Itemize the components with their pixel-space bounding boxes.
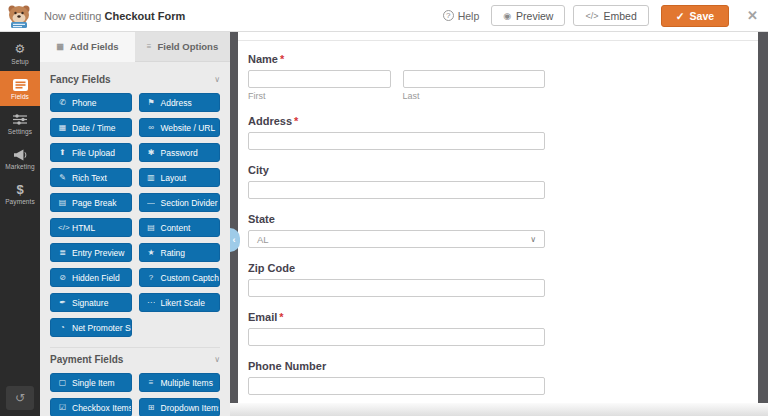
sidebar-item-setup[interactable]: ⚙Setup bbox=[0, 36, 40, 71]
field-button-label: Layout bbox=[161, 173, 187, 183]
field-button-label: Section Divider bbox=[161, 198, 218, 208]
state-select[interactable]: AL∨ bbox=[248, 230, 545, 248]
single-item-icon: ▢ bbox=[58, 378, 67, 387]
help-link[interactable]: ? Help bbox=[443, 10, 480, 22]
sublabel: First bbox=[248, 91, 391, 101]
field-button-label: Website / URL bbox=[161, 123, 216, 133]
tab-add-fields[interactable]: ▦Add Fields bbox=[40, 32, 135, 62]
form-field-zip-code[interactable]: Zip Code bbox=[248, 262, 545, 297]
field-button-date-time[interactable]: ▦Date / Time bbox=[50, 118, 132, 137]
form-field-phone-number[interactable]: Phone Number bbox=[248, 360, 545, 395]
phone-number-input[interactable] bbox=[248, 377, 545, 395]
checkbox-icon: ☑ bbox=[58, 403, 67, 412]
field-button-likert-scale[interactable]: ⋯Likert Scale bbox=[139, 293, 221, 312]
signature-icon: ✒ bbox=[58, 298, 67, 307]
field-button-content[interactable]: ▤Content bbox=[139, 218, 221, 237]
form-canvas: Name*FirstLastAddress*CityStateAL∨Zip Co… bbox=[238, 32, 758, 403]
field-button-label: Likert Scale bbox=[161, 298, 205, 308]
sidebar-item-payments[interactable]: $Payments bbox=[0, 176, 40, 211]
field-button-entry-preview[interactable]: ≣Entry Preview bbox=[50, 243, 132, 262]
field-button-grid: ▢Single Item≡Multiple Items☑Checkbox Ite… bbox=[50, 373, 220, 416]
select-value: AL bbox=[257, 234, 269, 245]
field-button-label: Page Break bbox=[72, 198, 116, 208]
multiple-items-icon: ≡ bbox=[147, 378, 156, 387]
form-field-name[interactable]: Name*FirstLast bbox=[248, 53, 545, 101]
sidebar-item-fields[interactable]: Fields bbox=[0, 71, 40, 106]
save-button[interactable]: ✓ Save bbox=[661, 5, 729, 27]
tab-field-options[interactable]: ≡Field Options bbox=[135, 32, 230, 62]
form-field-email[interactable]: Email* bbox=[248, 311, 545, 346]
history-undo-icon[interactable]: ↺ bbox=[6, 386, 34, 410]
sidebar-item-label: Payments bbox=[5, 198, 35, 205]
zip-code-input[interactable] bbox=[248, 279, 545, 297]
close-icon[interactable]: ✕ bbox=[747, 8, 758, 23]
form-field-city[interactable]: City bbox=[248, 164, 545, 199]
field-button-label: Checkbox Items bbox=[72, 403, 132, 413]
panel-tabs: ▦Add Fields≡Field Options bbox=[40, 32, 230, 62]
required-asterisk: * bbox=[279, 311, 283, 323]
field-button-section-divider[interactable]: —Section Divider bbox=[139, 193, 221, 212]
field-button-dropdown-items[interactable]: ⊞Dropdown Items bbox=[139, 398, 221, 416]
section-header-payment-fields[interactable]: Payment Fields∨ bbox=[50, 354, 220, 365]
form-field-address[interactable]: Address* bbox=[248, 115, 545, 150]
embed-button[interactable]: </> Embed bbox=[573, 5, 648, 26]
field-button-label: Net Promoter Score bbox=[72, 323, 132, 333]
field-button-label: Dropdown Items bbox=[161, 403, 221, 413]
grid-icon: ▦ bbox=[56, 42, 64, 51]
field-button-rating[interactable]: ★Rating bbox=[139, 243, 221, 262]
field-button-hidden-field[interactable]: ⊘Hidden Field bbox=[50, 268, 132, 287]
field-button-phone[interactable]: ✆Phone bbox=[50, 93, 132, 112]
field-button-label: Address bbox=[161, 98, 192, 108]
now-editing-text: Now editing Checkout Form bbox=[44, 10, 185, 22]
chevron-down-icon: ∨ bbox=[214, 75, 220, 84]
tab-label: Add Fields bbox=[70, 41, 119, 52]
field-label: Phone Number bbox=[248, 360, 545, 372]
last-name-input[interactable] bbox=[403, 70, 546, 88]
canvas-divider bbox=[238, 40, 758, 41]
field-button-custom-captcha[interactable]: ?Custom Captcha bbox=[139, 268, 221, 287]
canvas-bottom-edge bbox=[230, 403, 768, 416]
fields-list-icon bbox=[13, 78, 28, 92]
first-name-input[interactable] bbox=[248, 70, 391, 88]
sidebar-item-settings[interactable]: Settings bbox=[0, 106, 40, 141]
section-title: Payment Fields bbox=[50, 354, 123, 365]
field-button-layout[interactable]: ▥Layout bbox=[139, 168, 221, 187]
required-asterisk: * bbox=[280, 53, 284, 65]
help-icon: ? bbox=[443, 10, 454, 21]
code-icon: </> bbox=[585, 11, 598, 21]
eye-icon: ◉ bbox=[503, 11, 511, 21]
panel-body: Fancy Fields∨✆Phone⚑Address▦Date / Time∞… bbox=[40, 62, 230, 416]
email-input[interactable] bbox=[248, 328, 545, 346]
form-name: Checkout Form bbox=[105, 10, 186, 22]
lock-icon: ✱ bbox=[147, 148, 156, 157]
field-button-file-upload[interactable]: ⬆File Upload bbox=[50, 143, 132, 162]
city-input[interactable] bbox=[248, 181, 545, 199]
field-button-signature[interactable]: ✒Signature bbox=[50, 293, 132, 312]
field-button-checkbox-items[interactable]: ☑Checkbox Items bbox=[50, 398, 132, 416]
field-button-net-promoter-score[interactable]: ◔Net Promoter Score bbox=[50, 318, 132, 337]
section-fancy-fields: Fancy Fields∨✆Phone⚑Address▦Date / Time∞… bbox=[50, 74, 220, 337]
form-field-state[interactable]: StateAL∨ bbox=[248, 213, 545, 248]
pencil-icon: ✎ bbox=[58, 173, 67, 182]
field-button-website-url[interactable]: ∞Website / URL bbox=[139, 118, 221, 137]
field-button-single-item[interactable]: ▢Single Item bbox=[50, 373, 132, 392]
field-button-rich-text[interactable]: ✎Rich Text bbox=[50, 168, 132, 187]
field-button-label: Single Item bbox=[72, 378, 115, 388]
field-button-page-break[interactable]: ▤Page Break bbox=[50, 193, 132, 212]
preview-area: Name*FirstLastAddress*CityStateAL∨Zip Co… bbox=[230, 32, 768, 416]
sidebar-item-marketing[interactable]: Marketing bbox=[0, 141, 40, 176]
section-header-fancy-fields[interactable]: Fancy Fields∨ bbox=[50, 74, 220, 85]
eye-slash-icon: ⊘ bbox=[58, 273, 67, 282]
field-button-html[interactable]: </>HTML bbox=[50, 218, 132, 237]
required-asterisk: * bbox=[294, 115, 298, 127]
star-icon: ★ bbox=[147, 248, 156, 257]
preview-button[interactable]: ◉ Preview bbox=[491, 5, 565, 26]
field-button-password[interactable]: ✱Password bbox=[139, 143, 221, 162]
field-button-label: Content bbox=[161, 223, 191, 233]
field-button-address[interactable]: ⚑Address bbox=[139, 93, 221, 112]
section-title: Fancy Fields bbox=[50, 74, 111, 85]
field-button-grid: ✆Phone⚑Address▦Date / Time∞Website / URL… bbox=[50, 93, 220, 337]
address-input[interactable] bbox=[248, 132, 545, 150]
field-button-multiple-items[interactable]: ≡Multiple Items bbox=[139, 373, 221, 392]
phone-icon: ✆ bbox=[58, 98, 67, 107]
